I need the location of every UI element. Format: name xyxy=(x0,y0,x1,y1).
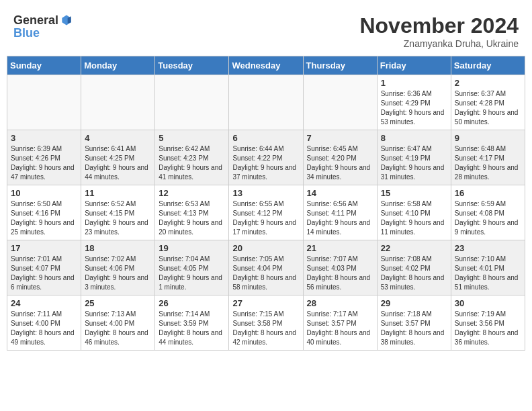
day-number: 14 xyxy=(307,188,373,198)
day-cell xyxy=(303,75,377,130)
header-thursday: Thursday xyxy=(303,56,377,75)
day-cell: 5Sunrise: 6:42 AM Sunset: 4:23 PM Daylig… xyxy=(155,130,229,185)
day-info: Sunrise: 6:59 AM Sunset: 4:08 PM Dayligh… xyxy=(455,199,521,237)
logo-general: General xyxy=(13,14,58,26)
day-info: Sunrise: 6:47 AM Sunset: 4:19 PM Dayligh… xyxy=(381,144,447,182)
day-cell xyxy=(81,75,155,130)
logo: General Blue xyxy=(13,13,73,40)
week-row-2: 3Sunrise: 6:39 AM Sunset: 4:26 PM Daylig… xyxy=(7,130,525,185)
day-info: Sunrise: 7:05 AM Sunset: 4:04 PM Dayligh… xyxy=(232,255,299,292)
day-info: Sunrise: 6:44 AM Sunset: 4:22 PM Dayligh… xyxy=(232,144,299,182)
day-info: Sunrise: 6:37 AM Sunset: 4:28 PM Dayligh… xyxy=(455,89,521,127)
day-number: 9 xyxy=(455,133,521,143)
day-cell: 12Sunrise: 6:53 AM Sunset: 4:13 PM Dayli… xyxy=(155,185,229,240)
day-info: Sunrise: 6:41 AM Sunset: 4:25 PM Dayligh… xyxy=(85,144,151,182)
day-cell: 19Sunrise: 7:04 AM Sunset: 4:05 PM Dayli… xyxy=(155,240,229,295)
week-row-5: 24Sunrise: 7:11 AM Sunset: 4:00 PM Dayli… xyxy=(7,295,525,351)
header-friday: Friday xyxy=(377,56,451,75)
day-cell: 21Sunrise: 7:07 AM Sunset: 4:03 PM Dayli… xyxy=(303,240,377,295)
day-cell: 24Sunrise: 7:11 AM Sunset: 4:00 PM Dayli… xyxy=(7,295,81,351)
day-cell: 17Sunrise: 7:01 AM Sunset: 4:07 PM Dayli… xyxy=(7,240,81,295)
day-cell: 23Sunrise: 7:10 AM Sunset: 4:01 PM Dayli… xyxy=(451,240,525,295)
day-cell: 11Sunrise: 6:52 AM Sunset: 4:15 PM Dayli… xyxy=(81,185,155,240)
day-cell: 1Sunrise: 6:36 AM Sunset: 4:29 PM Daylig… xyxy=(377,75,451,130)
day-info: Sunrise: 7:02 AM Sunset: 4:06 PM Dayligh… xyxy=(85,255,151,292)
day-info: Sunrise: 7:10 AM Sunset: 4:01 PM Dayligh… xyxy=(455,255,521,292)
day-info: Sunrise: 6:56 AM Sunset: 4:11 PM Dayligh… xyxy=(307,199,373,237)
day-info: Sunrise: 7:15 AM Sunset: 3:58 PM Dayligh… xyxy=(232,310,299,347)
day-number: 17 xyxy=(11,243,77,253)
day-info: Sunrise: 7:07 AM Sunset: 4:03 PM Dayligh… xyxy=(307,255,373,292)
day-number: 13 xyxy=(232,188,299,198)
day-cell: 2Sunrise: 6:37 AM Sunset: 4:28 PM Daylig… xyxy=(451,75,525,130)
day-number: 15 xyxy=(381,188,447,198)
day-cell: 16Sunrise: 6:59 AM Sunset: 4:08 PM Dayli… xyxy=(451,185,525,240)
day-cell xyxy=(7,75,81,130)
header-monday: Monday xyxy=(81,56,155,75)
subtitle: Znamyanka Druha, Ukraine xyxy=(359,38,519,49)
week-row-1: 1Sunrise: 6:36 AM Sunset: 4:29 PM Daylig… xyxy=(7,75,525,130)
day-cell: 14Sunrise: 6:56 AM Sunset: 4:11 PM Dayli… xyxy=(303,185,377,240)
month-title: November 2024 xyxy=(359,13,519,38)
day-cell xyxy=(155,75,229,130)
day-info: Sunrise: 6:53 AM Sunset: 4:13 PM Dayligh… xyxy=(159,199,225,237)
day-info: Sunrise: 6:42 AM Sunset: 4:23 PM Dayligh… xyxy=(159,144,225,182)
logo-blue: Blue xyxy=(13,26,40,40)
day-number: 22 xyxy=(381,243,447,253)
day-number: 7 xyxy=(307,133,373,143)
header-wednesday: Wednesday xyxy=(229,56,303,75)
day-cell: 8Sunrise: 6:47 AM Sunset: 4:19 PM Daylig… xyxy=(377,130,451,185)
day-info: Sunrise: 6:45 AM Sunset: 4:20 PM Dayligh… xyxy=(307,144,373,182)
day-cell: 6Sunrise: 6:44 AM Sunset: 4:22 PM Daylig… xyxy=(229,130,303,185)
day-info: Sunrise: 7:11 AM Sunset: 4:00 PM Dayligh… xyxy=(11,310,77,347)
day-cell: 13Sunrise: 6:55 AM Sunset: 4:12 PM Dayli… xyxy=(229,185,303,240)
day-number: 4 xyxy=(85,133,151,143)
header-tuesday: Tuesday xyxy=(155,56,229,75)
day-cell: 20Sunrise: 7:05 AM Sunset: 4:04 PM Dayli… xyxy=(229,240,303,295)
day-number: 29 xyxy=(381,298,447,308)
day-number: 25 xyxy=(85,298,151,308)
day-info: Sunrise: 7:04 AM Sunset: 4:05 PM Dayligh… xyxy=(159,255,225,292)
day-info: Sunrise: 7:19 AM Sunset: 3:56 PM Dayligh… xyxy=(455,310,521,347)
day-info: Sunrise: 7:14 AM Sunset: 3:59 PM Dayligh… xyxy=(159,310,225,347)
day-cell: 7Sunrise: 6:45 AM Sunset: 4:20 PM Daylig… xyxy=(303,130,377,185)
day-number: 8 xyxy=(381,133,447,143)
page-header: General Blue November 2024 Znamyanka Dru… xyxy=(7,7,525,52)
day-info: Sunrise: 6:39 AM Sunset: 4:26 PM Dayligh… xyxy=(11,144,77,182)
day-number: 1 xyxy=(381,78,447,88)
week-row-4: 17Sunrise: 7:01 AM Sunset: 4:07 PM Dayli… xyxy=(7,240,525,295)
day-cell: 10Sunrise: 6:50 AM Sunset: 4:16 PM Dayli… xyxy=(7,185,81,240)
day-cell: 27Sunrise: 7:15 AM Sunset: 3:58 PM Dayli… xyxy=(229,295,303,351)
day-number: 2 xyxy=(455,78,521,88)
day-info: Sunrise: 7:18 AM Sunset: 3:57 PM Dayligh… xyxy=(381,310,447,347)
title-block: November 2024 Znamyanka Druha, Ukraine xyxy=(359,13,519,49)
day-info: Sunrise: 6:58 AM Sunset: 4:10 PM Dayligh… xyxy=(381,199,447,237)
day-cell: 18Sunrise: 7:02 AM Sunset: 4:06 PM Dayli… xyxy=(81,240,155,295)
day-cell: 3Sunrise: 6:39 AM Sunset: 4:26 PM Daylig… xyxy=(7,130,81,185)
calendar: SundayMondayTuesdayWednesdayThursdayFrid… xyxy=(7,56,525,351)
day-number: 27 xyxy=(232,298,299,308)
day-number: 24 xyxy=(11,298,77,308)
day-info: Sunrise: 6:36 AM Sunset: 4:29 PM Dayligh… xyxy=(381,89,447,127)
day-cell: 25Sunrise: 7:13 AM Sunset: 4:00 PM Dayli… xyxy=(81,295,155,351)
day-number: 12 xyxy=(159,188,225,198)
day-cell: 28Sunrise: 7:17 AM Sunset: 3:57 PM Dayli… xyxy=(303,295,377,351)
day-info: Sunrise: 7:13 AM Sunset: 4:00 PM Dayligh… xyxy=(85,310,151,347)
day-info: Sunrise: 6:55 AM Sunset: 4:12 PM Dayligh… xyxy=(232,199,299,237)
day-number: 18 xyxy=(85,243,151,253)
day-cell: 15Sunrise: 6:58 AM Sunset: 4:10 PM Dayli… xyxy=(377,185,451,240)
day-number: 30 xyxy=(455,298,521,308)
day-cell: 4Sunrise: 6:41 AM Sunset: 4:25 PM Daylig… xyxy=(81,130,155,185)
day-cell: 30Sunrise: 7:19 AM Sunset: 3:56 PM Dayli… xyxy=(451,295,525,351)
day-cell: 22Sunrise: 7:08 AM Sunset: 4:02 PM Dayli… xyxy=(377,240,451,295)
day-number: 16 xyxy=(455,188,521,198)
day-info: Sunrise: 6:48 AM Sunset: 4:17 PM Dayligh… xyxy=(455,144,521,182)
day-number: 11 xyxy=(85,188,151,198)
day-info: Sunrise: 7:17 AM Sunset: 3:57 PM Dayligh… xyxy=(307,310,373,347)
day-number: 23 xyxy=(455,243,521,253)
day-number: 10 xyxy=(11,188,77,198)
header-sunday: Sunday xyxy=(7,56,81,75)
day-info: Sunrise: 6:52 AM Sunset: 4:15 PM Dayligh… xyxy=(85,199,151,237)
day-number: 5 xyxy=(159,133,225,143)
day-number: 28 xyxy=(307,298,373,308)
